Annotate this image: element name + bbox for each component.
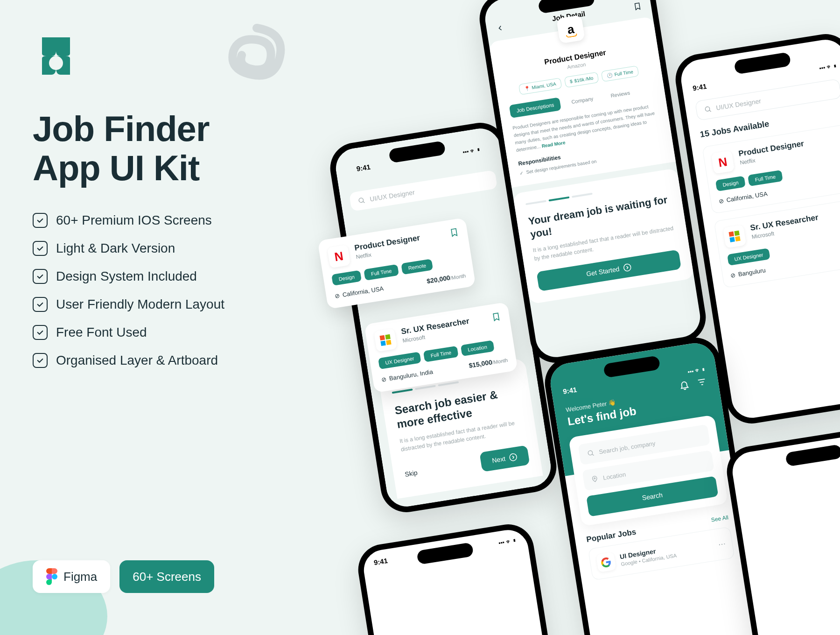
- figma-icon: [46, 568, 58, 586]
- arrow-right-icon: [623, 263, 632, 273]
- feature-list: 60+ Premium IOS Screens Light & Dark Ver…: [33, 213, 313, 368]
- location-label: ⊘ California, USA: [334, 285, 384, 299]
- pill: Design: [331, 270, 362, 285]
- section-title: Popular Jobs: [586, 527, 637, 544]
- salary-label: $15,000/Month: [468, 356, 508, 369]
- check-icon: [33, 325, 48, 340]
- feature-item: Design System Included: [33, 269, 313, 284]
- status-time: 9:41: [356, 163, 371, 173]
- feature-item: Organised Layer & Artboard: [33, 353, 313, 368]
- brand-logo: [33, 33, 79, 79]
- page-title: Job Finder App UI Kit: [33, 109, 313, 187]
- salary-label: $20,000/Month: [426, 271, 466, 285]
- search-icon: [587, 449, 595, 457]
- check-icon: [33, 213, 48, 228]
- location-label: ⊘ California, USA: [718, 190, 768, 205]
- pill: Location: [461, 340, 494, 357]
- pill: Remote: [401, 259, 433, 275]
- search-icon: [357, 196, 365, 205]
- back-icon[interactable]: [495, 23, 505, 33]
- meta-location: 📍Miami, USA: [518, 78, 562, 95]
- screens-badge: 60+ Screens: [119, 560, 214, 593]
- svg-point-8: [594, 478, 595, 479]
- bookmark-icon[interactable]: [491, 311, 502, 324]
- see-all-link[interactable]: See All: [711, 514, 729, 523]
- svg-point-7: [588, 451, 593, 456]
- more-icon[interactable]: ⋯: [717, 539, 726, 549]
- svg-point-3: [359, 198, 364, 203]
- arrow-right-icon: [508, 452, 518, 462]
- pill: Full Time: [423, 346, 458, 362]
- location-label: ⊘ Banguluru, India: [381, 368, 434, 383]
- pill: Full Time: [364, 264, 399, 281]
- feature-item: 60+ Premium IOS Screens: [33, 213, 313, 228]
- check-icon: [33, 241, 48, 256]
- status-icons: ▪▪▪ ᯤ ▮: [462, 146, 481, 155]
- tab-reviews[interactable]: Reviews: [603, 85, 637, 104]
- microsoft-logo: [723, 225, 746, 248]
- svg-point-4: [509, 453, 517, 461]
- search-icon: [704, 105, 712, 113]
- amazon-logo: a: [556, 15, 585, 44]
- check-icon: [33, 353, 48, 368]
- feature-item: Light & Dark Version: [33, 241, 313, 256]
- result-card[interactable]: Sr. UX ResearcherMicrosoft UX Designer ⊘…: [714, 198, 840, 288]
- read-more-link[interactable]: Read More: [541, 140, 566, 149]
- tab-company[interactable]: Company: [564, 91, 601, 109]
- result-card[interactable]: N Product DesignerNetflix DesignFull Tim…: [702, 124, 840, 214]
- bookmark-icon[interactable]: [633, 1, 643, 11]
- meta-salary: $$16k /Mo: [564, 72, 599, 88]
- check-icon: [33, 297, 48, 312]
- svg-point-6: [705, 106, 710, 112]
- pill: UX Designer: [378, 352, 421, 369]
- check-icon: [33, 269, 48, 284]
- microsoft-logo: [374, 328, 397, 352]
- feature-item: User Friendly Modern Layout: [33, 297, 313, 312]
- tab-description[interactable]: Job Descriptions: [509, 97, 561, 118]
- svg-point-5: [623, 263, 631, 271]
- netflix-logo: N: [711, 150, 735, 174]
- phone-partial: 9:41▪▪▪ ᯤ ▮: [355, 521, 588, 635]
- pin-icon: [590, 475, 599, 483]
- svg-point-2: [52, 574, 57, 579]
- feature-item: Free Font Used: [33, 325, 313, 340]
- next-button[interactable]: Next: [479, 445, 530, 472]
- figma-badge: Figma: [33, 560, 110, 593]
- meta-type: 🕐Full Time: [601, 65, 639, 82]
- google-logo: [596, 552, 616, 572]
- skip-button[interactable]: Skip: [404, 469, 418, 478]
- netflix-logo: N: [327, 245, 350, 268]
- svg-point-1: [49, 56, 63, 70]
- bookmark-icon[interactable]: [449, 227, 460, 240]
